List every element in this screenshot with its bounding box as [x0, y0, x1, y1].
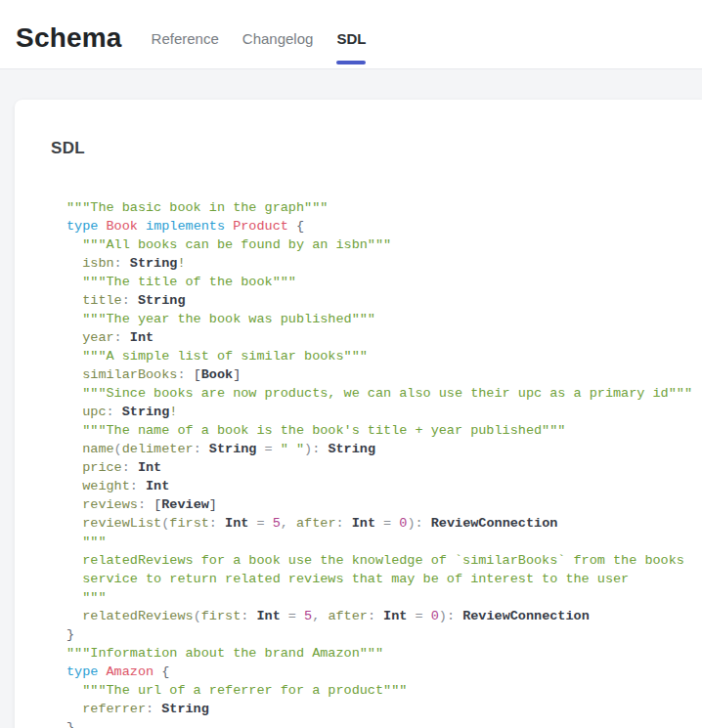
code-line: isbn: String! [66, 254, 702, 273]
page-title: Schema [16, 22, 122, 54]
code-line: referrer: String [66, 700, 702, 718]
sdl-card: SDL """The basic book in the graph"""typ… [15, 100, 702, 728]
code-line: """ [66, 588, 702, 607]
code-line: title: String [66, 291, 702, 310]
tab-sdl[interactable]: SDL [336, 8, 366, 68]
content-area: SDL """The basic book in the graph"""typ… [0, 69, 702, 728]
code-line: } [66, 625, 702, 644]
code-line: upc: String! [66, 403, 702, 421]
tab-reference[interactable]: Reference [152, 8, 219, 68]
code-line: """The title of the book""" [66, 273, 702, 291]
code-line: service to return related reviews that m… [66, 570, 702, 588]
code-line: """The url of a referrer for a product""… [66, 681, 702, 700]
code-line: price: Int [66, 458, 702, 477]
code-line: similarBooks: [Book] [66, 365, 702, 384]
code-line: reviewList(first: Int = 5, after: Int = … [66, 514, 702, 533]
code-line: """A simple list of similar books""" [66, 347, 702, 365]
code-line: } [66, 718, 702, 728]
code-line: """The year the book was published""" [66, 310, 702, 328]
tab-sdl-label: SDL [336, 30, 366, 47]
code-line: """Since books are now products, we can … [66, 384, 702, 403]
code-line: type Book implements Product { [66, 217, 702, 236]
code-line: reviews: [Review] [66, 495, 702, 514]
tab-reference-label: Reference [152, 30, 219, 47]
code-line: name(delimeter: String = " "): String [66, 440, 702, 458]
sdl-code-block[interactable]: """The basic book in the graph"""type Bo… [66, 198, 702, 728]
code-line: """ [66, 533, 702, 551]
code-line: type Amazon { [66, 663, 702, 681]
active-tab-indicator [336, 61, 366, 64]
header: Schema Reference Changelog SDL [0, 0, 702, 69]
code-line: relatedReviews(first: Int = 5, after: In… [66, 607, 702, 625]
code-line: year: Int [66, 328, 702, 347]
tab-bar: Reference Changelog SDL [152, 8, 367, 68]
sdl-heading: SDL [51, 139, 702, 158]
code-line: relatedReviews for a book use the knowle… [66, 551, 702, 570]
code-line: """Information about the brand Amazon""" [66, 644, 702, 663]
tab-changelog-label: Changelog [242, 30, 314, 47]
schema-page: Schema Reference Changelog SDL SDL """Th… [0, 0, 702, 728]
code-line: weight: Int [66, 477, 702, 495]
code-line: """The name of a book is the book's titl… [66, 421, 702, 440]
code-line: """The basic book in the graph""" [66, 198, 702, 217]
tab-changelog[interactable]: Changelog [242, 8, 314, 68]
code-line: """All books can be found by an isbn""" [66, 236, 702, 254]
